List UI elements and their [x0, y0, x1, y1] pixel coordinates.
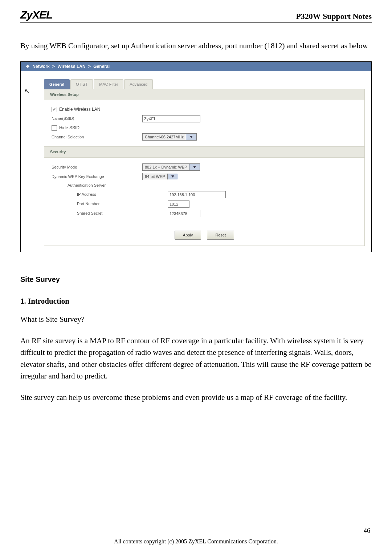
tab-mac-filter[interactable]: MAC Filter [94, 79, 123, 89]
chevron-down-icon [189, 164, 200, 170]
shared-secret-input[interactable]: 12345678 [168, 210, 200, 217]
cursor-icon: ↖ [24, 86, 30, 97]
channel-value: Channel-06 2427MHz [143, 134, 186, 140]
tab-general[interactable]: General [44, 79, 70, 89]
ssid-input[interactable]: ZyXEL [142, 115, 200, 122]
dynamic-wep-value: 64-bit WEP [143, 174, 167, 180]
security-mode-label: Security Mode [52, 164, 142, 170]
page-number: 46 [364, 527, 370, 535]
hide-ssid-label: Hide SSID [59, 125, 79, 131]
page: ZyXEL P320W Support Notes By using WEB C… [0, 0, 392, 555]
chevron-down-icon [167, 174, 178, 179]
security-mode-value: 802.1x + Dynamic WEP [143, 164, 189, 170]
tab-otist[interactable]: OTIST [70, 79, 93, 89]
dynamic-wep-select[interactable]: 64-bit WEP [142, 173, 178, 180]
zyxel-logo: ZyXEL [20, 9, 52, 21]
section-wireless-setup: Wireless Setup [44, 89, 364, 100]
shared-secret-label: Shared Secret [52, 210, 168, 216]
site-survey-heading: Site Survey [20, 274, 372, 285]
enable-wlan-label: Enable Wireless LAN [59, 106, 100, 113]
settings-panel: Wireless Setup Enable Wireless LAN Name(… [44, 89, 365, 246]
ip-address-label: IP Address [52, 191, 168, 198]
ip-address-input[interactable]: 192.168.1.100 [168, 191, 226, 198]
section-security: Security [44, 146, 364, 158]
dynamic-wep-label: Dynamic WEP Key Exchange [52, 174, 142, 180]
tab-bar: General OTIST MAC Filter Advanced [44, 79, 365, 89]
site-survey-p1: An RF site survey is a MAP to RF contour… [20, 335, 372, 382]
channel-label: Channel Selection [52, 134, 142, 140]
enable-wlan-checkbox[interactable] [52, 107, 57, 112]
chevron-down-icon [186, 134, 196, 140]
button-row: Apply Reset [50, 226, 359, 246]
page-header: ZyXEL P320W Support Notes [20, 9, 372, 23]
reset-button[interactable]: Reset [207, 231, 234, 240]
port-number-label: Port Number [52, 201, 168, 207]
copyright-footer: All contents copyright (c) 2005 ZyXEL Co… [0, 538, 392, 545]
breadcrumb-1[interactable]: Wireless LAN [57, 64, 85, 69]
ssid-label: Name(SSID) [52, 116, 142, 122]
breadcrumb-0[interactable]: Network [32, 64, 49, 69]
auth-server-heading: Authentication Server [52, 182, 158, 189]
doc-title: P320W Support Notes [296, 12, 372, 21]
channel-select[interactable]: Channel-06 2427MHz [142, 133, 197, 141]
breadcrumb-2[interactable]: General [93, 64, 110, 69]
port-number-input[interactable]: 1812 [168, 200, 189, 208]
body: By using WEB Configurator, set up Authen… [20, 40, 372, 403]
hide-ssid-checkbox[interactable] [52, 125, 57, 131]
tab-advanced[interactable]: Advanced [124, 79, 153, 89]
breadcrumb-icon: ❖ [26, 64, 30, 69]
breadcrumb: ❖ Network > Wireless LAN > General [21, 62, 371, 72]
intro-paragraph: By using WEB Configurator, set up Authen… [20, 40, 372, 52]
site-survey-p2: Site survey can help us overcome these p… [20, 392, 372, 404]
what-is-site-survey: What is Site Survey? [20, 313, 372, 325]
security-mode-select[interactable]: 802.1x + Dynamic WEP [142, 163, 200, 171]
introduction-heading: 1. Introduction [20, 295, 372, 307]
config-screenshot: ❖ Network > Wireless LAN > General ↖ Gen… [20, 61, 372, 252]
apply-button[interactable]: Apply [175, 231, 201, 240]
